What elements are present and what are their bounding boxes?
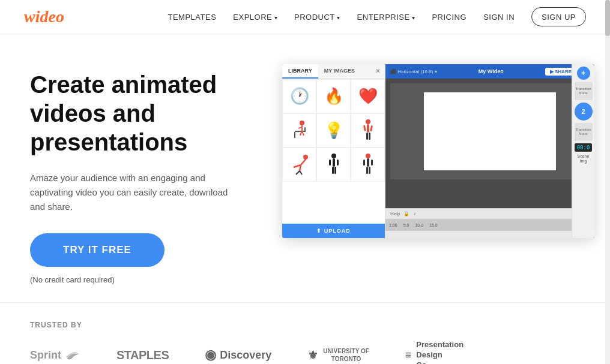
lib-item-person-red2[interactable]	[351, 148, 385, 182]
lib-item-person-black[interactable]	[316, 148, 351, 182]
svg-point-0	[300, 121, 304, 125]
editor-timeline: Help 🔒 ♪ 1:00 5.0 10.0 15.0	[385, 208, 594, 238]
svg-rect-29	[371, 160, 373, 166]
editor-screenshot: LIBRARY MY IMAGES ✕ 🕐 🔥 ❤️	[282, 64, 594, 238]
toronto-logo: ⚜ UNIVERSITY OFTORONTO	[307, 347, 369, 363]
nav-pricing[interactable]: PRICING	[432, 11, 467, 22]
svg-rect-12	[366, 133, 368, 140]
staples-logo: STAPLES	[116, 348, 169, 362]
lib-item-bulb[interactable]: 💡	[316, 113, 351, 148]
nav-signin[interactable]: SIGN IN	[483, 11, 515, 22]
transition-panel-item2: Transition None	[575, 123, 593, 141]
nav-explore[interactable]: EXPLORE	[233, 11, 277, 22]
upload-button[interactable]: ⬆ UPLOAD	[282, 224, 385, 238]
logo[interactable]: wideo	[24, 7, 64, 26]
transition-none: None	[575, 91, 591, 95]
slide-number[interactable]: 2	[575, 103, 593, 121]
trusted-logos: Sprint STAPLES ◉ Discovery ⚜ UNIVERSITY …	[30, 340, 580, 364]
canvas-inner	[424, 92, 556, 170]
tab-library[interactable]: LIBRARY	[282, 64, 318, 79]
svg-rect-31	[369, 167, 370, 174]
lib-item-person-desk[interactable]	[282, 113, 316, 148]
svg-rect-10	[363, 125, 366, 131]
nav-enterprise[interactable]: ENTERPRISE	[357, 11, 415, 22]
hero-subtitle: Amaze your audience with an engaging and…	[30, 171, 240, 214]
svg-point-8	[366, 119, 370, 124]
lib-item-fire[interactable]: 🔥	[316, 79, 351, 113]
editor-topbar: ⬛ Horizontal (16:9) ▾ My Wideo ▶SHARE ?	[385, 64, 594, 79]
transition-label: Transition	[575, 87, 591, 91]
no-credit-card-label: (No credit card required)	[30, 275, 288, 284]
scrollbar-thumb[interactable]	[605, 0, 610, 36]
svg-rect-9	[367, 124, 369, 133]
tab-my-images[interactable]: MY IMAGES	[318, 64, 361, 79]
svg-rect-23	[337, 160, 339, 166]
lib-item-person-standing[interactable]	[351, 113, 385, 148]
sprint-logo: Sprint	[30, 349, 80, 362]
svg-rect-1	[295, 131, 306, 132]
trusted-by-section: TRUSTED BY Sprint STAPLES ◉ Discovery ⚜ …	[0, 302, 610, 364]
video-title: My Wideo	[441, 68, 542, 74]
library-grid: 🕐 🔥 ❤️	[282, 79, 385, 182]
svg-rect-24	[332, 167, 334, 174]
svg-rect-27	[367, 158, 369, 167]
hero-title: Create animated videos and presentations	[30, 70, 288, 157]
svg-point-20	[331, 154, 336, 158]
toronto-name: UNIVERSITY OFTORONTO	[323, 347, 369, 363]
svg-rect-11	[370, 125, 373, 131]
svg-rect-30	[366, 167, 368, 174]
presentation-name: PresentationDesignCo.	[416, 340, 464, 364]
lib-item-person-bend[interactable]	[282, 148, 316, 182]
svg-point-26	[366, 154, 370, 158]
close-panel-icon[interactable]: ✕	[370, 64, 385, 79]
scene-label: SceneImg	[578, 154, 590, 164]
sprint-name: Sprint	[30, 349, 61, 362]
svg-rect-25	[334, 167, 336, 174]
discovery-circle-icon: ◉	[205, 347, 216, 363]
discovery-name: Discovery	[220, 349, 271, 362]
nav-signup[interactable]: SIGN UP	[531, 7, 586, 26]
sprint-wings-icon	[64, 349, 80, 361]
nav-templates[interactable]: TEMPLATES	[168, 11, 216, 22]
svg-rect-28	[363, 160, 365, 166]
svg-line-15	[301, 160, 306, 165]
trusted-label: TRUSTED BY	[30, 321, 580, 329]
svg-line-18	[296, 171, 300, 175]
editor-mockup: LIBRARY MY IMAGES ✕ 🕐 🔥 ❤️	[282, 64, 594, 238]
transition-panel-item: Transition None	[575, 82, 593, 100]
hero-text: Create animated videos and presentations…	[30, 64, 288, 284]
editor-main-area: ⬛ Horizontal (16:9) ▾ My Wideo ▶SHARE ? …	[385, 64, 594, 238]
nav-product[interactable]: PRODUCT	[294, 11, 340, 22]
svg-point-14	[303, 155, 308, 160]
navbar: wideo TEMPLATES EXPLORE PRODUCT ENTERPRI…	[0, 0, 610, 34]
svg-line-19	[300, 171, 302, 175]
svg-rect-21	[333, 158, 335, 167]
library-tabs: LIBRARY MY IMAGES ✕	[282, 64, 385, 79]
try-free-button[interactable]: TRY IT FREE	[30, 233, 165, 267]
staples-name: STAPLES	[116, 348, 169, 362]
presentation-logo: ≡ PresentationDesignCo.	[405, 340, 464, 364]
editor-canvas	[390, 83, 590, 179]
presentation-icon: ≡	[405, 348, 412, 362]
lib-item-heart[interactable]: ❤️	[351, 79, 385, 113]
hero-section: Create animated videos and presentations…	[0, 34, 610, 302]
svg-rect-13	[369, 133, 370, 140]
editor-right-panel: + Transition None 2 Transition None 00:0…	[572, 64, 594, 238]
add-element-icon[interactable]: +	[577, 67, 590, 80]
toronto-crest-icon: ⚜	[307, 347, 318, 363]
discovery-logo: ◉ Discovery	[205, 347, 271, 363]
scrollbar[interactable]	[605, 0, 610, 364]
time-display: 00:0	[575, 143, 593, 152]
lib-item-clock[interactable]: 🕐	[282, 79, 316, 113]
library-panel: LIBRARY MY IMAGES ✕ 🕐 🔥 ❤️	[282, 64, 385, 238]
svg-rect-2	[304, 127, 306, 132]
svg-rect-22	[329, 160, 331, 166]
